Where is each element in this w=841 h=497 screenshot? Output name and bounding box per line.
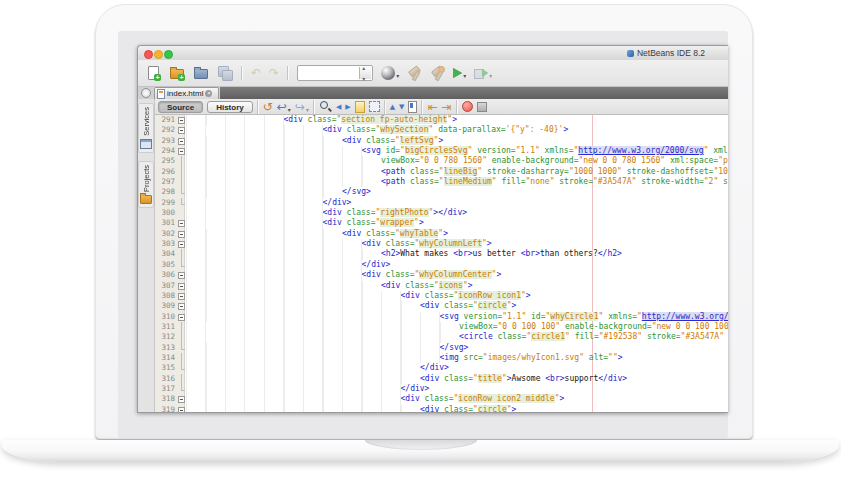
forward-button[interactable] [295, 98, 309, 116]
fold-toggle-icon[interactable] [177, 125, 186, 135]
fold-toggle-icon[interactable] [177, 281, 186, 291]
code-line[interactable]: 312<circle class="circle1" fill="#192538… [155, 332, 728, 342]
fold-toggle-icon[interactable] [177, 312, 186, 322]
find-next-icon[interactable] [345, 100, 350, 114]
fold-toggle-icon[interactable] [177, 291, 186, 301]
tab-close-icon[interactable]: × [205, 90, 212, 97]
line-number[interactable]: 319 [155, 405, 177, 412]
clean-and-build-icon[interactable] [430, 65, 445, 81]
line-number[interactable]: 298 [155, 187, 177, 197]
code-line[interactable]: 302<div class="whyTable"> [155, 229, 728, 239]
next-bookmark-icon[interactable] [399, 100, 404, 114]
fold-toggle-icon[interactable] [177, 270, 186, 280]
shift-line-left-icon[interactable] [427, 99, 437, 115]
new-file-icon[interactable] [145, 65, 161, 81]
line-number[interactable]: 316 [155, 374, 177, 384]
line-number[interactable]: 295 [155, 156, 177, 166]
code-line[interactable]: 301<div class="wrapper"> [155, 218, 728, 228]
code-editor[interactable]: 291<div class="section fp-auto-height">2… [155, 115, 728, 412]
run-project-button[interactable] [453, 64, 466, 82]
line-number[interactable]: 300 [155, 208, 177, 218]
code-line[interactable]: 295viewBox="0 0 780 1560" enable-backgro… [155, 156, 728, 166]
open-project-icon[interactable] [193, 65, 209, 81]
line-number[interactable]: 297 [155, 177, 177, 187]
previous-bookmark-icon[interactable] [390, 100, 395, 114]
line-number[interactable]: 292 [155, 125, 177, 135]
fold-toggle-icon[interactable] [177, 239, 186, 249]
code-line[interactable]: 303<div class="whyColumnLeft"> [155, 239, 728, 249]
line-number[interactable]: 307 [155, 281, 177, 291]
code-line[interactable]: 291<div class="section fp-auto-height"> [155, 115, 728, 125]
source-view-button[interactable]: Source [158, 101, 203, 113]
code-line[interactable]: 296<path class="lineBig" stroke-dasharra… [155, 167, 728, 177]
code-line[interactable]: 314<img src="images/whyIcon1.svg" alt=""… [155, 353, 728, 363]
projects-panel-tab[interactable]: Projects [138, 161, 154, 208]
fold-toggle-icon[interactable] [177, 405, 186, 412]
code-line[interactable]: 304<h2>What makes <br>us better <br>than… [155, 249, 728, 259]
fold-toggle-icon[interactable] [177, 136, 186, 146]
start-macro-recording-icon[interactable] [462, 101, 473, 112]
line-number[interactable]: 302 [155, 229, 177, 239]
save-all-icon[interactable] [217, 65, 233, 81]
line-number[interactable]: 306 [155, 270, 177, 280]
code-line[interactable]: 311viewBox="0 0 100 100" enable-backgrou… [155, 322, 728, 332]
code-line[interactable]: 293<div class="leftSvg"> [155, 136, 728, 146]
line-number[interactable]: 308 [155, 291, 177, 301]
line-number[interactable]: 305 [155, 260, 177, 270]
code-line[interactable]: 316<div class="title">Awsome <br>support… [155, 374, 728, 384]
line-number[interactable]: 294 [155, 146, 177, 156]
fold-toggle-icon[interactable] [177, 218, 186, 228]
shift-line-right-icon[interactable] [442, 99, 452, 115]
line-number[interactable]: 313 [155, 343, 177, 353]
fold-toggle-icon[interactable] [177, 394, 186, 404]
last-edit-icon[interactable] [263, 99, 273, 115]
code-line[interactable]: 315</div> [155, 363, 728, 373]
code-line[interactable]: 292<div class="whySection" data-parallax… [155, 125, 728, 135]
configuration-combo[interactable] [297, 65, 373, 81]
line-number[interactable]: 304 [155, 249, 177, 259]
back-button[interactable] [277, 98, 291, 116]
code-line[interactable]: 294<svg id="bigCirclesSvg" version="1.1"… [155, 146, 728, 156]
window-titlebar[interactable]: NetBeans IDE 8.2 [138, 46, 728, 61]
toggle-bookmark-icon[interactable] [408, 101, 417, 113]
line-number[interactable]: 315 [155, 363, 177, 373]
close-button[interactable] [144, 50, 153, 59]
code-line[interactable]: 308<div class="iconRow icon1"> [155, 291, 728, 301]
new-project-icon[interactable] [169, 65, 185, 81]
line-number[interactable]: 311 [155, 322, 177, 332]
code-line[interactable]: 305</div> [155, 260, 728, 270]
find-icon[interactable] [319, 100, 332, 113]
line-number[interactable]: 291 [155, 115, 177, 125]
code-line[interactable]: 319<div class="circle"> [155, 405, 728, 412]
minimize-button[interactable] [154, 50, 163, 59]
tab-index-html[interactable]: index.html × [154, 87, 219, 99]
line-number[interactable]: 293 [155, 136, 177, 146]
code-line[interactable]: 299</div> [155, 198, 728, 208]
undo-icon[interactable] [251, 65, 261, 81]
fold-toggle-icon[interactable] [177, 115, 186, 125]
code-line[interactable]: 298</svg> [155, 187, 728, 197]
line-number[interactable]: 301 [155, 218, 177, 228]
debug-project-button[interactable] [474, 64, 492, 82]
line-number[interactable]: 309 [155, 301, 177, 311]
line-number[interactable]: 299 [155, 198, 177, 208]
line-number[interactable]: 312 [155, 332, 177, 342]
code-line[interactable]: 307<div class="icons"> [155, 281, 728, 291]
fold-toggle-icon[interactable] [177, 301, 186, 311]
code-line[interactable]: 297<path class="lineMedium" fill="none" … [155, 177, 728, 187]
tab-list-button[interactable] [141, 88, 151, 98]
redo-icon[interactable] [269, 65, 279, 81]
browser-select-button[interactable] [381, 64, 399, 82]
code-line[interactable]: 306<div class="whyColumnCenter"> [155, 270, 728, 280]
fold-toggle-icon[interactable] [177, 146, 186, 156]
code-line[interactable]: 310<svg version="1.1" id="whyCircle1" xm… [155, 312, 728, 322]
line-number[interactable]: 317 [155, 384, 177, 394]
line-number[interactable]: 314 [155, 353, 177, 363]
combo-stepper-icon[interactable] [359, 67, 371, 79]
stop-macro-recording-icon[interactable] [477, 102, 487, 112]
history-view-button[interactable]: History [207, 101, 253, 113]
line-number[interactable]: 318 [155, 394, 177, 404]
rectangular-selection-icon[interactable] [369, 101, 380, 112]
fold-toggle-icon[interactable] [177, 229, 186, 239]
line-number[interactable]: 296 [155, 167, 177, 177]
